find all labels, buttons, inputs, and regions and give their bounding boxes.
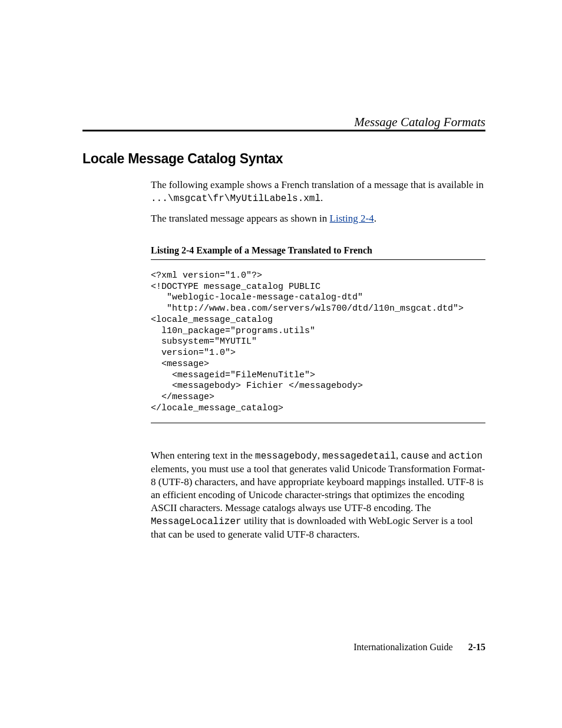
ref-text-pre: The translated message appears as shown … [151,213,330,224]
explanatory-paragraph: When entering text in the messagebody, m… [151,449,485,541]
footer-guide-title: Internationalization Guide [353,642,452,652]
after-c1: messagebody [255,451,318,462]
header-rule [82,130,485,131]
after-t4: and [429,450,449,461]
page-content: Locale Message Catalog Syntax The follow… [0,0,562,541]
after-t2: , [318,450,323,461]
listing-link[interactable]: Listing 2-4 [330,213,374,224]
intro-path: ...\msgcat\fr\MyUtilLabels.xml [151,193,320,204]
page-footer: Internationalization Guide 2-15 [353,642,485,653]
intro-paragraph: The following example shows a French tra… [151,179,485,205]
listing-code: <?xml version="1.0"?> <!DOCTYPE message_… [151,271,485,414]
ref-paragraph: The translated message appears as shown … [151,212,485,225]
listing-caption: Listing 2-4 Example of a Message Transla… [151,245,485,256]
after-t1: When entering text in the [151,450,255,461]
footer-page-number: 2-15 [468,642,485,652]
after-c4: action [449,451,483,462]
after-c2: messagedetail [322,451,396,462]
body-block: The following example shows a French tra… [151,179,485,541]
after-t5: elements, you must use a tool that gener… [151,463,485,513]
ref-text-post: . [374,213,376,224]
after-c5: MessageLocalizer [151,516,242,527]
intro-text-post: . [320,192,323,203]
after-c3: cause [401,451,429,462]
listing-rule-top [151,259,485,260]
listing-rule-bottom [151,423,485,423]
section-title: Locale Message Catalog Syntax [82,151,485,167]
running-header: Message Catalog Formats [82,115,485,130]
intro-text-pre: The following example shows a French tra… [151,179,484,190]
